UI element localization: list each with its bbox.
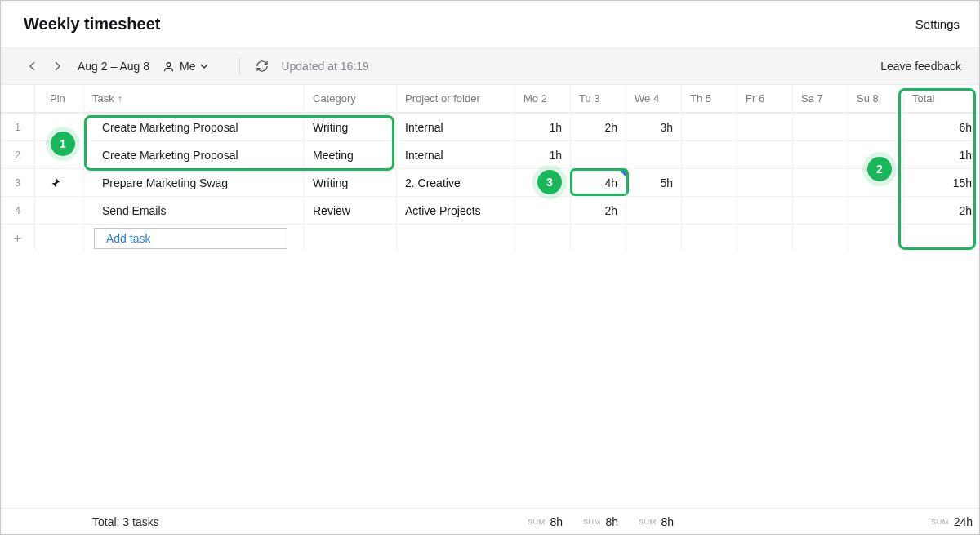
refresh-icon xyxy=(256,60,269,73)
total-cell: 6h xyxy=(904,113,980,140)
col-day-3[interactable]: Th 5 xyxy=(682,85,737,113)
toolbar: Aug 2 – Aug 8 Me Updated at 16:19 Leave … xyxy=(1,47,979,85)
col-task[interactable]: Task ↑ xyxy=(84,85,305,113)
project-cell[interactable]: Internal xyxy=(397,113,515,140)
table-row: 1 Create Marketing Proposal Writing Inte… xyxy=(1,113,979,140)
pin-cell[interactable] xyxy=(35,196,84,224)
grid-header: Pin Task ↑ Category Project or folder Mo… xyxy=(1,85,979,113)
total-cell: 15h xyxy=(904,168,980,196)
col-total[interactable]: Total xyxy=(904,85,980,113)
hours-cell[interactable] xyxy=(793,113,849,140)
hours-cell[interactable] xyxy=(849,196,904,224)
category-cell[interactable]: Meeting xyxy=(305,140,397,168)
hours-cell[interactable]: 2h xyxy=(571,113,626,140)
chevron-down-icon xyxy=(200,62,208,70)
hours-cell[interactable] xyxy=(515,196,571,224)
footer-grand-total: SUM24h xyxy=(904,515,980,528)
hours-cell[interactable] xyxy=(737,140,793,168)
row-number: 4 xyxy=(1,196,35,224)
updated-at-label: Updated at 16:19 xyxy=(281,60,368,73)
hours-cell[interactable] xyxy=(737,168,793,196)
hours-cell[interactable]: 2h xyxy=(571,196,626,224)
category-cell[interactable]: Writing xyxy=(305,168,397,196)
footer-sum-1: SUM8h xyxy=(571,515,626,528)
col-pin[interactable]: Pin xyxy=(35,85,84,113)
hours-cell[interactable]: 4h xyxy=(571,168,626,196)
cell-note-indicator xyxy=(618,169,626,176)
task-cell[interactable]: Send Emails xyxy=(84,196,305,224)
hours-cell[interactable] xyxy=(737,196,793,224)
task-cell[interactable]: Create Marketing Proposal xyxy=(84,113,305,140)
refresh-button[interactable] xyxy=(255,59,270,74)
task-cell[interactable]: Prepare Marketing Swag xyxy=(84,168,305,196)
table-row: 4 Send Emails Review Active Projects 2h … xyxy=(1,196,979,224)
leave-feedback-link[interactable]: Leave feedback xyxy=(880,60,961,73)
row-number: 3 xyxy=(1,168,35,196)
footer-total-label: Total: 3 tasks xyxy=(84,515,305,528)
hours-cell[interactable] xyxy=(793,168,849,196)
page-title: Weekly timesheet xyxy=(24,15,161,33)
hours-cell[interactable]: 1h xyxy=(515,140,571,168)
hours-cell[interactable]: 1h xyxy=(515,113,571,140)
task-cell[interactable]: Create Marketing Proposal xyxy=(84,140,305,168)
pin-cell[interactable] xyxy=(35,168,84,196)
total-cell: 2h xyxy=(904,196,980,224)
svg-point-0 xyxy=(167,62,171,66)
col-day-5[interactable]: Sa 7 xyxy=(793,85,849,113)
col-day-4[interactable]: Fr 6 xyxy=(737,85,793,113)
toolbar-divider xyxy=(239,58,240,74)
callout-badge-3: 3 xyxy=(537,170,562,194)
col-day-0[interactable]: Mo 2 xyxy=(515,85,571,113)
settings-link[interactable]: Settings xyxy=(915,17,960,31)
pin-icon xyxy=(50,177,61,189)
table-row: 3 Prepare Marketing Swag Writing 2. Crea… xyxy=(1,168,979,196)
hours-cell[interactable] xyxy=(626,140,682,168)
hours-cell[interactable] xyxy=(571,140,626,168)
hours-cell[interactable]: 5h xyxy=(626,168,682,196)
hours-cell[interactable] xyxy=(737,113,793,140)
table-row: 2 Create Marketing Proposal Meeting Inte… xyxy=(1,140,979,168)
category-cell[interactable]: Review xyxy=(305,196,397,224)
add-task-row: + Add task xyxy=(1,224,979,252)
timesheet-grid: Pin Task ↑ Category Project or folder Mo… xyxy=(1,85,979,252)
callout-badge-2: 2 xyxy=(867,157,892,181)
hours-cell[interactable] xyxy=(682,168,737,196)
footer-sum-2: SUM8h xyxy=(626,515,682,528)
person-icon xyxy=(163,60,175,73)
col-category[interactable]: Category xyxy=(305,85,397,113)
hours-cell[interactable] xyxy=(682,113,737,140)
prev-week-button[interactable] xyxy=(25,59,40,74)
project-cell[interactable]: 2. Creative xyxy=(397,168,515,196)
project-cell[interactable]: Internal xyxy=(397,140,515,168)
user-picker[interactable]: Me xyxy=(163,60,208,73)
col-day-6[interactable]: Su 8 xyxy=(849,85,904,113)
col-project[interactable]: Project or folder xyxy=(397,85,515,113)
project-cell[interactable]: Active Projects xyxy=(397,196,515,224)
col-day-1[interactable]: Tu 3 xyxy=(571,85,626,113)
hours-cell[interactable] xyxy=(793,196,849,224)
footer-sum-0: SUM8h xyxy=(515,515,571,528)
row-number: 1 xyxy=(1,113,35,140)
hours-cell[interactable] xyxy=(793,140,849,168)
add-row-button[interactable]: + xyxy=(1,224,35,252)
row-number: 2 xyxy=(1,140,35,168)
callout-badge-1: 1 xyxy=(51,132,75,156)
add-task-input[interactable]: Add task xyxy=(84,224,305,252)
user-label: Me xyxy=(180,60,195,73)
hours-cell[interactable] xyxy=(849,113,904,140)
add-task-placeholder: Add task xyxy=(106,232,150,245)
daterange-picker[interactable]: Aug 2 – Aug 8 xyxy=(78,60,149,73)
hours-cell[interactable] xyxy=(682,196,737,224)
hours-cell[interactable] xyxy=(682,140,737,168)
hours-cell[interactable]: 3h xyxy=(626,113,682,140)
hours-cell[interactable] xyxy=(626,196,682,224)
col-day-2[interactable]: We 4 xyxy=(626,85,682,113)
next-week-button[interactable] xyxy=(50,59,65,74)
summary-footer: Total: 3 tasks SUM8h SUM8h SUM8h SUM24h xyxy=(1,508,979,534)
sort-ascending-icon: ↑ xyxy=(118,93,122,105)
total-cell: 1h xyxy=(904,140,980,168)
category-cell[interactable]: Writing xyxy=(305,113,397,140)
